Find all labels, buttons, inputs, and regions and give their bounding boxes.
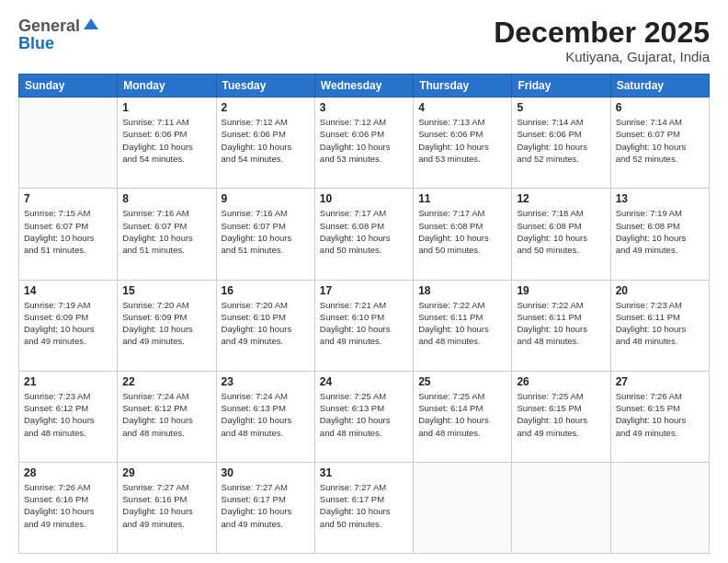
day-info: Sunrise: 7:21 AM Sunset: 6:10 PM Dayligh… <box>320 299 408 348</box>
day-number: 18 <box>418 284 506 297</box>
week-row-3: 14Sunrise: 7:19 AM Sunset: 6:09 PM Dayli… <box>19 280 710 371</box>
calendar-cell: 14Sunrise: 7:19 AM Sunset: 6:09 PM Dayli… <box>19 280 118 371</box>
calendar-cell: 5Sunrise: 7:14 AM Sunset: 6:06 PM Daylig… <box>512 98 610 189</box>
weekday-header-thursday: Thursday <box>414 75 512 98</box>
header: General Blue December 2025 Kutiyana, Guj… <box>18 17 710 64</box>
weekday-header-sunday: Sunday <box>19 75 118 98</box>
day-info: Sunrise: 7:23 AM Sunset: 6:12 PM Dayligh… <box>24 390 112 439</box>
day-number: 27 <box>616 375 704 388</box>
day-number: 3 <box>320 101 408 114</box>
day-info: Sunrise: 7:14 AM Sunset: 6:06 PM Dayligh… <box>517 116 605 165</box>
calendar-cell: 16Sunrise: 7:20 AM Sunset: 6:10 PM Dayli… <box>216 280 314 371</box>
logo-icon <box>82 17 100 35</box>
day-info: Sunrise: 7:27 AM Sunset: 6:17 PM Dayligh… <box>222 481 310 530</box>
day-number: 10 <box>320 192 408 205</box>
week-row-2: 7Sunrise: 7:15 AM Sunset: 6:07 PM Daylig… <box>19 189 710 280</box>
calendar-cell: 1Sunrise: 7:11 AM Sunset: 6:06 PM Daylig… <box>118 98 216 189</box>
calendar-cell: 30Sunrise: 7:27 AM Sunset: 6:17 PM Dayli… <box>216 462 314 553</box>
day-info: Sunrise: 7:14 AM Sunset: 6:07 PM Dayligh… <box>616 116 704 165</box>
calendar-cell <box>414 462 512 553</box>
day-number: 23 <box>222 375 310 388</box>
day-info: Sunrise: 7:15 AM Sunset: 6:07 PM Dayligh… <box>24 207 112 256</box>
day-info: Sunrise: 7:13 AM Sunset: 6:06 PM Dayligh… <box>418 116 506 165</box>
day-info: Sunrise: 7:17 AM Sunset: 6:08 PM Dayligh… <box>320 207 408 256</box>
day-info: Sunrise: 7:19 AM Sunset: 6:08 PM Dayligh… <box>616 207 704 256</box>
day-number: 21 <box>24 375 112 388</box>
day-info: Sunrise: 7:23 AM Sunset: 6:11 PM Dayligh… <box>616 299 704 348</box>
calendar-cell: 12Sunrise: 7:18 AM Sunset: 6:08 PM Dayli… <box>512 189 610 280</box>
calendar-cell: 26Sunrise: 7:25 AM Sunset: 6:15 PM Dayli… <box>512 371 610 462</box>
day-info: Sunrise: 7:26 AM Sunset: 6:15 PM Dayligh… <box>616 390 704 439</box>
weekday-header-row: SundayMondayTuesdayWednesdayThursdayFrid… <box>19 75 710 98</box>
day-info: Sunrise: 7:17 AM Sunset: 6:08 PM Dayligh… <box>418 207 506 256</box>
day-number: 26 <box>517 375 605 388</box>
day-info: Sunrise: 7:26 AM Sunset: 6:16 PM Dayligh… <box>24 481 112 530</box>
location: Kutiyana, Gujarat, India <box>494 49 710 64</box>
calendar-cell: 6Sunrise: 7:14 AM Sunset: 6:07 PM Daylig… <box>610 98 709 189</box>
calendar-cell: 21Sunrise: 7:23 AM Sunset: 6:12 PM Dayli… <box>19 371 118 462</box>
logo-blue: Blue <box>18 34 100 53</box>
day-info: Sunrise: 7:27 AM Sunset: 6:17 PM Dayligh… <box>320 481 408 530</box>
month-title: December 2025 <box>494 17 710 49</box>
calendar-cell: 25Sunrise: 7:25 AM Sunset: 6:14 PM Dayli… <box>414 371 512 462</box>
day-number: 19 <box>517 284 605 297</box>
day-number: 28 <box>24 466 112 479</box>
weekday-header-monday: Monday <box>118 75 216 98</box>
calendar-cell: 22Sunrise: 7:24 AM Sunset: 6:12 PM Dayli… <box>118 371 216 462</box>
calendar-cell: 8Sunrise: 7:16 AM Sunset: 6:07 PM Daylig… <box>118 189 216 280</box>
day-number: 20 <box>616 284 704 297</box>
calendar-cell: 3Sunrise: 7:12 AM Sunset: 6:06 PM Daylig… <box>314 98 413 189</box>
logo: General Blue <box>18 17 100 53</box>
calendar-cell: 11Sunrise: 7:17 AM Sunset: 6:08 PM Dayli… <box>414 189 512 280</box>
calendar-cell: 18Sunrise: 7:22 AM Sunset: 6:11 PM Dayli… <box>414 280 512 371</box>
calendar-cell <box>512 462 610 553</box>
day-info: Sunrise: 7:18 AM Sunset: 6:08 PM Dayligh… <box>517 207 605 256</box>
calendar-cell: 24Sunrise: 7:25 AM Sunset: 6:13 PM Dayli… <box>314 371 413 462</box>
svg-marker-0 <box>84 18 98 29</box>
calendar-cell: 27Sunrise: 7:26 AM Sunset: 6:15 PM Dayli… <box>610 371 709 462</box>
day-number: 1 <box>122 101 210 114</box>
calendar-table: SundayMondayTuesdayWednesdayThursdayFrid… <box>18 74 710 554</box>
page: General Blue December 2025 Kutiyana, Guj… <box>0 0 728 563</box>
calendar-cell: 7Sunrise: 7:15 AM Sunset: 6:07 PM Daylig… <box>19 189 118 280</box>
day-number: 8 <box>122 192 210 205</box>
day-number: 29 <box>122 466 210 479</box>
day-number: 7 <box>24 192 112 205</box>
day-info: Sunrise: 7:22 AM Sunset: 6:11 PM Dayligh… <box>517 299 605 348</box>
day-number: 13 <box>616 192 704 205</box>
day-number: 17 <box>320 284 408 297</box>
day-info: Sunrise: 7:16 AM Sunset: 6:07 PM Dayligh… <box>222 207 310 256</box>
day-info: Sunrise: 7:12 AM Sunset: 6:06 PM Dayligh… <box>222 116 310 165</box>
title-block: December 2025 Kutiyana, Gujarat, India <box>494 17 710 64</box>
logo-general: General <box>18 17 80 36</box>
calendar-cell: 13Sunrise: 7:19 AM Sunset: 6:08 PM Dayli… <box>610 189 709 280</box>
day-info: Sunrise: 7:22 AM Sunset: 6:11 PM Dayligh… <box>418 299 506 348</box>
day-number: 4 <box>418 101 506 114</box>
day-info: Sunrise: 7:11 AM Sunset: 6:06 PM Dayligh… <box>122 116 210 165</box>
day-number: 16 <box>222 284 310 297</box>
day-number: 14 <box>24 284 112 297</box>
calendar-cell: 2Sunrise: 7:12 AM Sunset: 6:06 PM Daylig… <box>216 98 314 189</box>
day-number: 9 <box>222 192 310 205</box>
day-number: 11 <box>418 192 506 205</box>
calendar-cell: 15Sunrise: 7:20 AM Sunset: 6:09 PM Dayli… <box>118 280 216 371</box>
calendar-cell: 31Sunrise: 7:27 AM Sunset: 6:17 PM Dayli… <box>314 462 413 553</box>
day-number: 25 <box>418 375 506 388</box>
day-number: 6 <box>616 101 704 114</box>
calendar-cell <box>19 98 118 189</box>
calendar-cell: 28Sunrise: 7:26 AM Sunset: 6:16 PM Dayli… <box>19 462 118 553</box>
day-info: Sunrise: 7:27 AM Sunset: 6:16 PM Dayligh… <box>122 481 210 530</box>
day-number: 5 <box>517 101 605 114</box>
day-info: Sunrise: 7:24 AM Sunset: 6:13 PM Dayligh… <box>222 390 310 439</box>
weekday-header-friday: Friday <box>512 75 610 98</box>
day-info: Sunrise: 7:20 AM Sunset: 6:09 PM Dayligh… <box>122 299 210 348</box>
weekday-header-wednesday: Wednesday <box>314 75 413 98</box>
calendar-cell: 23Sunrise: 7:24 AM Sunset: 6:13 PM Dayli… <box>216 371 314 462</box>
day-info: Sunrise: 7:12 AM Sunset: 6:06 PM Dayligh… <box>320 116 408 165</box>
weekday-header-saturday: Saturday <box>610 75 709 98</box>
day-number: 12 <box>517 192 605 205</box>
weekday-header-tuesday: Tuesday <box>216 75 314 98</box>
day-number: 2 <box>222 101 310 114</box>
calendar-cell: 20Sunrise: 7:23 AM Sunset: 6:11 PM Dayli… <box>610 280 709 371</box>
calendar-cell <box>610 462 709 553</box>
